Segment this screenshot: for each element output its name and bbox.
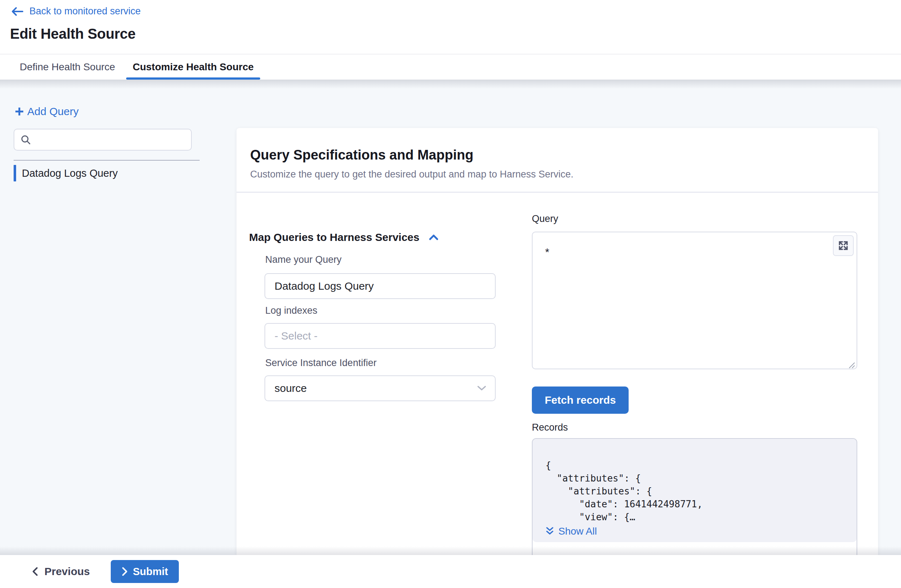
tab-customize-health-source[interactable]: Customize Health Source bbox=[126, 55, 260, 80]
fetch-records-button[interactable]: Fetch records bbox=[532, 387, 629, 414]
map-queries-title: Map Queries to Harness Services bbox=[249, 231, 419, 243]
records-label: Records bbox=[532, 422, 568, 433]
log-indexes-select[interactable]: - Select - bbox=[265, 323, 496, 349]
expand-query-button[interactable] bbox=[833, 235, 854, 256]
chevron-down-icon bbox=[476, 385, 487, 392]
back-link[interactable]: Back to monitored service bbox=[11, 6, 141, 17]
search-input[interactable] bbox=[36, 134, 186, 145]
records-container: { "attributes": { "attributes": { "date"… bbox=[532, 438, 857, 555]
previous-label: Previous bbox=[44, 565, 90, 578]
selected-indicator-bar bbox=[14, 165, 16, 181]
health-source-tabbar: Define Health Source Customize Health So… bbox=[0, 54, 901, 80]
query-name-input[interactable] bbox=[265, 273, 496, 299]
page-header: Back to monitored service Edit Health So… bbox=[0, 0, 901, 54]
show-all-label: Show All bbox=[558, 526, 597, 537]
tabbar-shadow bbox=[0, 80, 901, 89]
query-search-box[interactable] bbox=[14, 129, 192, 151]
log-indexes-label: Log indexes bbox=[265, 305, 318, 316]
content-area: Add Query Datadog Logs Query Query Speci… bbox=[0, 80, 901, 555]
query-label: Query bbox=[532, 213, 558, 225]
tab-label: Define Health Source bbox=[20, 61, 115, 73]
add-query-button[interactable]: Add Query bbox=[14, 105, 78, 118]
name-your-query-label: Name your Query bbox=[265, 254, 341, 265]
sidebar-divider bbox=[14, 160, 200, 161]
tab-label: Customize Health Source bbox=[132, 61, 254, 73]
chevron-right-icon bbox=[122, 567, 128, 576]
chevron-left-icon bbox=[31, 566, 39, 577]
map-queries-section-header[interactable]: Map Queries to Harness Services bbox=[249, 231, 440, 243]
previous-button[interactable]: Previous bbox=[31, 565, 90, 578]
card-divider bbox=[237, 192, 878, 193]
tab-define-health-source[interactable]: Define Health Source bbox=[13, 55, 122, 80]
page-title: Edit Health Source bbox=[10, 26, 136, 42]
show-all-link[interactable]: Show All bbox=[546, 526, 597, 537]
card-title: Query Specifications and Mapping bbox=[250, 147, 474, 163]
service-instance-identifier-select[interactable]: source bbox=[265, 375, 496, 401]
records-preview-panel: { "attributes": { "attributes": { "date"… bbox=[533, 439, 857, 542]
back-link-label: Back to monitored service bbox=[30, 6, 141, 17]
search-icon bbox=[20, 134, 31, 145]
back-arrow-icon bbox=[11, 6, 23, 17]
expand-arrows-icon bbox=[837, 239, 850, 252]
submit-button[interactable]: Submit bbox=[111, 560, 179, 583]
query-textarea[interactable] bbox=[532, 232, 857, 369]
query-specifications-card: Query Specifications and Mapping Customi… bbox=[237, 128, 878, 555]
service-instance-value: source bbox=[274, 382, 307, 395]
log-indexes-placeholder: - Select - bbox=[274, 330, 318, 342]
card-subtitle: Customize the query to get the desired o… bbox=[250, 169, 574, 180]
wizard-footer: Previous Submit bbox=[0, 555, 901, 588]
query-item-label: Datadog Logs Query bbox=[22, 167, 118, 179]
chevron-up-icon bbox=[428, 233, 440, 242]
records-json-preview: { "attributes": { "attributes": { "date"… bbox=[546, 459, 703, 524]
plus-icon bbox=[14, 106, 25, 117]
edit-health-source-page: Back to monitored service Edit Health So… bbox=[0, 0, 901, 588]
sidebar-item-datadog-logs-query[interactable]: Datadog Logs Query bbox=[14, 165, 118, 181]
add-query-label: Add Query bbox=[27, 105, 78, 118]
double-chevron-down-icon bbox=[546, 526, 554, 537]
submit-label: Submit bbox=[133, 566, 168, 578]
service-instance-identifier-label: Service Instance Identifier bbox=[265, 357, 377, 368]
